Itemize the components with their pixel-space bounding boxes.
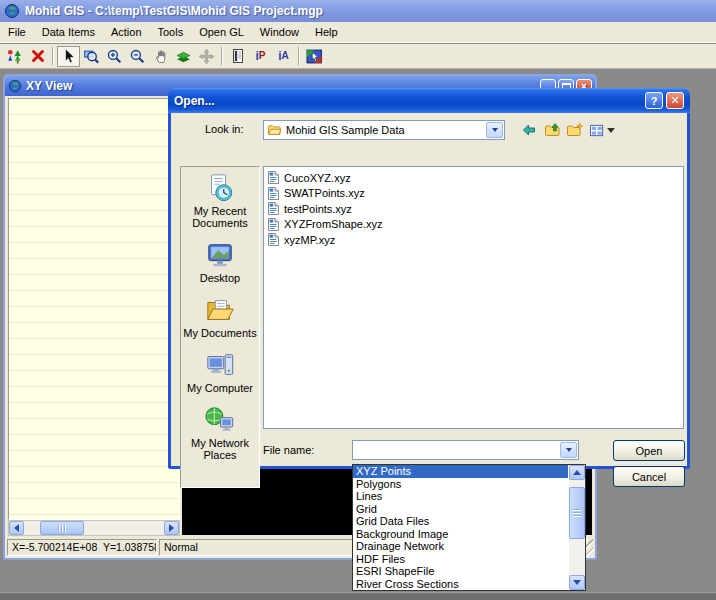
type-option-xyz-points[interactable]: XYZ Points (353, 465, 568, 478)
legend-horizontal-scrollbar[interactable] (8, 520, 180, 536)
file-item[interactable]: SWATPoints.xyz (268, 186, 683, 202)
cancel-button[interactable]: Cancel (613, 466, 685, 487)
xy-view-globe-icon (8, 79, 22, 93)
type-option-lines[interactable]: Lines (353, 490, 568, 503)
zoom-window-button[interactable] (80, 46, 103, 67)
info-area-button[interactable]: iA (272, 46, 295, 67)
place-recent-documents[interactable]: My Recent Documents (182, 173, 258, 229)
help-button[interactable]: ? (645, 92, 663, 109)
main-toolbar: iP iA (0, 44, 716, 69)
type-option-background-image[interactable]: Background Image (353, 528, 568, 541)
type-option-hdf-files[interactable]: HDF Files (353, 553, 568, 566)
my-network-places-icon (204, 405, 236, 435)
xyz-file-icon (268, 171, 279, 184)
menu-bar: File Data Items Action Tools Open GL Win… (0, 22, 716, 43)
type-option-polygons[interactable]: Polygons (353, 478, 568, 491)
info-point-button[interactable]: iP (249, 46, 272, 67)
application-window: Mohid GIS - C:\temp\TestGIS\Mohid GIS Pr… (0, 0, 716, 600)
new-folder-icon (566, 122, 584, 138)
menu-tools[interactable]: Tools (150, 23, 192, 41)
info-page-button[interactable] (226, 46, 249, 67)
close-button[interactable]: ✕ (666, 92, 684, 109)
file-name-dropdown-button[interactable] (560, 442, 577, 458)
files-of-type-label: Files of type: (263, 470, 325, 482)
look-in-value: Mohid GIS Sample Data (286, 124, 405, 136)
up-folder-icon (544, 122, 561, 138)
views-dropdown-arrow (607, 128, 615, 133)
map-image-icon (306, 48, 323, 65)
map-image-button[interactable] (303, 46, 326, 67)
desktop-icon (204, 240, 236, 270)
delete-button[interactable] (26, 46, 49, 67)
file-name-label: File name: (263, 444, 314, 456)
info-page-icon (230, 48, 246, 64)
move-button[interactable] (195, 46, 218, 67)
places-bar: My Recent Documents Desktop (180, 166, 260, 488)
add-points-icon (6, 48, 23, 65)
up-one-level-button[interactable] (542, 120, 562, 140)
menu-help[interactable]: Help (307, 23, 346, 41)
place-my-network-places[interactable]: My Network Places (182, 405, 258, 461)
type-option-grid[interactable]: Grid (353, 503, 568, 516)
window-title: Mohid GIS - C:\temp\TestGIS\Mohid GIS Pr… (25, 4, 323, 18)
type-option-grid-data-files[interactable]: Grid Data Files (353, 515, 568, 528)
pan-hand-icon (153, 48, 169, 64)
scroll-left-button[interactable] (9, 521, 24, 535)
layer-legend-panel[interactable] (8, 98, 180, 520)
menu-open-gl[interactable]: Open GL (191, 23, 252, 41)
file-item[interactable]: testPoints.xyz (268, 201, 683, 217)
scrollbar-thumb[interactable] (40, 521, 84, 535)
menu-window[interactable]: Window (252, 23, 307, 41)
open-dialog: Open... ? ✕ Look in: Mohid GIS Sample Da… (168, 88, 690, 469)
file-list[interactable]: CucoXYZ.xyz SWATPoints.xyz (263, 166, 684, 429)
place-my-documents[interactable]: My Documents (182, 295, 258, 339)
pan-button[interactable] (149, 46, 172, 67)
zoom-window-icon (83, 48, 100, 65)
open-dialog-titlebar[interactable]: Open... ? ✕ (168, 88, 690, 113)
scrollbar-thumb[interactable] (569, 487, 585, 539)
type-option-river-cross-sections[interactable]: River Cross Sections (353, 578, 568, 591)
layers-button[interactable] (172, 46, 195, 67)
views-button[interactable] (588, 120, 616, 140)
move-cross-icon (198, 48, 215, 65)
mode-readout: Normal (159, 539, 364, 556)
scroll-right-button[interactable] (164, 521, 179, 535)
folder-icon (267, 123, 282, 137)
toolbar-separator (52, 47, 54, 65)
main-titlebar: Mohid GIS - C:\temp\TestGIS\Mohid GIS Pr… (0, 0, 716, 22)
scroll-up-button[interactable] (569, 465, 585, 480)
open-button[interactable]: Open (613, 440, 685, 461)
zoom-in-button[interactable] (103, 46, 126, 67)
my-documents-icon (204, 295, 236, 325)
recent-documents-icon (204, 173, 236, 203)
place-desktop[interactable]: Desktop (182, 240, 258, 284)
place-my-computer[interactable]: My Computer (182, 350, 258, 394)
back-button[interactable] (519, 120, 539, 140)
look-in-combobox[interactable]: Mohid GIS Sample Data (263, 120, 505, 140)
xyz-file-icon (268, 187, 279, 200)
look-in-dropdown-button[interactable] (486, 122, 503, 138)
type-option-drainage-network[interactable]: Drainage Network (353, 540, 568, 553)
file-name-combobox[interactable] (352, 440, 579, 460)
menu-action[interactable]: Action (103, 23, 150, 41)
file-item[interactable]: CucoXYZ.xyz (268, 170, 683, 186)
dialog-toolbar (519, 120, 616, 140)
menu-data-items[interactable]: Data Items (34, 23, 103, 41)
views-grid-icon (589, 123, 605, 138)
scroll-down-button[interactable] (569, 575, 585, 590)
file-item[interactable]: XYZFromShape.xyz (268, 217, 683, 233)
file-item[interactable]: xyzMP.xyz (268, 232, 683, 248)
new-folder-button[interactable] (565, 120, 585, 140)
select-arrow-button[interactable] (57, 46, 80, 67)
look-in-label: Look in: (205, 123, 244, 135)
zoom-out-button[interactable] (126, 46, 149, 67)
type-option-esri-shapefile[interactable]: ESRI ShapeFile (353, 565, 568, 578)
add-points-button[interactable] (3, 46, 26, 67)
cursor-arrow-icon (61, 48, 77, 64)
zoom-in-icon (106, 48, 123, 65)
coordinates-readout: X=-5.700214E+08 Y=1.038758E+09 (7, 539, 157, 556)
back-arrow-icon (521, 122, 537, 138)
menu-file[interactable]: File (0, 23, 34, 41)
toolbar-separator (298, 47, 300, 65)
dropdown-scrollbar[interactable] (569, 465, 585, 590)
